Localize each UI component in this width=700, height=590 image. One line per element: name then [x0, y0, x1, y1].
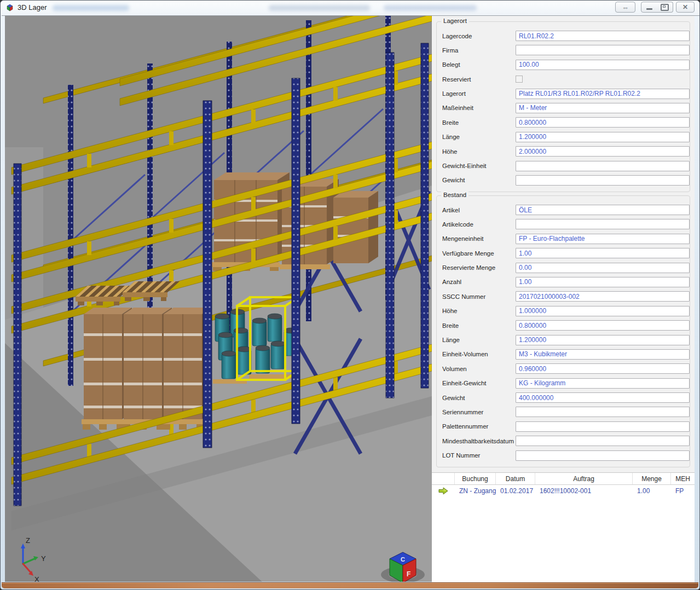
viewport-3d[interactable]: Z Y X C F — [5, 16, 432, 582]
form-row: Belegt — [437, 59, 690, 71]
einheit-volumen-input[interactable] — [516, 349, 690, 360]
mindesthaltbarkeitsdatum-input[interactable] — [516, 436, 690, 446]
form-row: Anzahl — [437, 276, 690, 288]
laenge-input[interactable] — [516, 132, 690, 142]
form-row: Breite — [437, 117, 690, 128]
detail-panel: Lagerort Lagercode Firma Belegt Reservie… — [432, 16, 695, 582]
window-title: 3D Lager — [18, 3, 47, 11]
lagerort-input[interactable] — [516, 89, 690, 99]
bestand-breite-input[interactable] — [516, 320, 690, 331]
field-label: Seriennummer — [437, 409, 516, 415]
maximize-button[interactable] — [657, 2, 673, 13]
booking-buchung: ZN - Zugang — [455, 487, 496, 495]
form-row: Gewicht — [437, 175, 690, 186]
minimize-button[interactable] — [641, 2, 657, 13]
breite-input[interactable] — [516, 117, 690, 128]
field-label: Mindesthaltbarkeitsdatum — [437, 438, 516, 444]
window-titlebar[interactable]: 3D Lager ⇔ ✕ — [1, 1, 699, 16]
form-row: SSCC Nummer — [437, 291, 690, 302]
form-row: Artikel — [437, 204, 690, 216]
artikel-input[interactable] — [516, 205, 690, 215]
svg-text:Z: Z — [26, 536, 30, 545]
background-glass-smudge — [53, 5, 129, 11]
bestand-laenge-input[interactable] — [516, 335, 690, 345]
form-row: Höhe — [437, 146, 690, 157]
field-label: Höhe — [437, 148, 516, 155]
reserviert-checkbox[interactable] — [516, 76, 523, 83]
column-header-datum[interactable]: Datum — [496, 473, 535, 484]
volumen-input[interactable] — [516, 363, 690, 374]
field-label: LOT Nummer — [437, 452, 516, 459]
app-window: 3D Lager ⇔ ✕ — [0, 0, 700, 590]
lagercode-input[interactable] — [516, 31, 690, 41]
artikelcode-input[interactable] — [516, 219, 690, 229]
form-row: Einheit-Volumen — [437, 349, 690, 360]
hoehe-input[interactable] — [516, 146, 690, 157]
close-icon: ✕ — [682, 3, 688, 11]
field-label: Einheit-Volumen — [437, 351, 516, 357]
background-glass-smudge — [269, 5, 370, 11]
belegt-input[interactable] — [516, 60, 690, 70]
groupbox-title: Bestand — [441, 192, 468, 198]
verfuegbare-menge-input[interactable] — [516, 248, 690, 258]
mengeneinheit-input[interactable] — [516, 234, 690, 244]
form-row: Breite — [437, 320, 690, 331]
palettennummer-input[interactable] — [516, 421, 690, 432]
bookings-header: Buchung Datum Auftrag Menge MEH — [432, 473, 695, 485]
masseinheit-input[interactable] — [516, 103, 690, 113]
column-header-menge[interactable]: Menge — [633, 473, 671, 484]
column-header-buchung[interactable]: Buchung — [455, 473, 496, 484]
lot-nummer-input[interactable] — [516, 450, 690, 461]
field-label: Lagercode — [437, 33, 516, 39]
field-label: Artikel — [437, 207, 516, 213]
app-icon — [5, 3, 14, 12]
form-row: Reserviert — [437, 73, 690, 85]
bestand-gewicht-input[interactable] — [516, 392, 690, 403]
bestand-hoehe-input[interactable] — [516, 306, 690, 316]
minimize-icon — [646, 8, 652, 10]
reservierte-menge-input[interactable] — [516, 263, 690, 273]
form-row: Mindesthaltbarkeitsdatum — [437, 435, 690, 447]
einheit-gewicht-input[interactable] — [516, 378, 690, 389]
firma-input[interactable] — [516, 45, 690, 55]
swap-arrows-icon: ⇔ — [622, 3, 629, 11]
form-row: Volumen — [437, 363, 690, 374]
close-button[interactable]: ✕ — [676, 2, 695, 13]
form-row: Lagerort — [437, 88, 690, 100]
booking-datum: 01.02.2017 — [496, 487, 535, 495]
column-header-auftrag[interactable]: Auftrag — [535, 473, 633, 484]
form-row: Reservierte Menge — [437, 262, 690, 274]
gewicht-einheit-input[interactable] — [516, 161, 690, 171]
column-header-meh[interactable]: MEH — [671, 473, 695, 484]
svg-text:F: F — [407, 570, 410, 578]
field-label: Reserviert — [437, 76, 516, 83]
form-row: Verfügbare Menge — [437, 247, 690, 259]
groupbox-bestand: Bestand Artikel Artikelcode Mengeneinhei… — [436, 195, 690, 467]
form-row: Maßeinheit — [437, 102, 690, 114]
form-row: Höhe — [437, 305, 690, 317]
field-label: Lagerort — [437, 90, 516, 97]
window-bottom-frame — [2, 582, 698, 588]
field-label: Einheit-Gewicht — [437, 380, 516, 386]
incoming-arrow-icon — [438, 487, 448, 495]
booking-menge: 1.00 — [633, 487, 671, 495]
field-label: Verfügbare Menge — [437, 250, 516, 257]
sscc-nummer-input[interactable] — [516, 291, 690, 302]
svg-text:Y: Y — [41, 554, 46, 563]
gewicht-input[interactable] — [516, 175, 690, 186]
form-row: Palettennummer — [437, 421, 690, 432]
form-row: Lagercode — [437, 30, 690, 42]
field-label: Breite — [437, 322, 516, 329]
anzahl-input[interactable] — [516, 277, 690, 287]
warehouse-rack-scene: Z Y X C F — [5, 16, 432, 582]
booking-auftrag: 1602!!!10002-001 — [535, 487, 633, 495]
form-row: Gewicht-Einheit — [437, 160, 690, 172]
field-label: Gewicht — [437, 395, 516, 401]
seriennummer-input[interactable] — [516, 407, 690, 417]
column-header-icon[interactable] — [432, 473, 455, 484]
field-label: Artikelcode — [437, 221, 516, 228]
booking-row[interactable]: ZN - Zugang 01.02.2017 1602!!!10002-001 … — [432, 485, 695, 497]
svg-text:X: X — [34, 575, 39, 582]
field-label: Länge — [437, 337, 516, 343]
swap-view-button[interactable]: ⇔ — [615, 2, 635, 13]
